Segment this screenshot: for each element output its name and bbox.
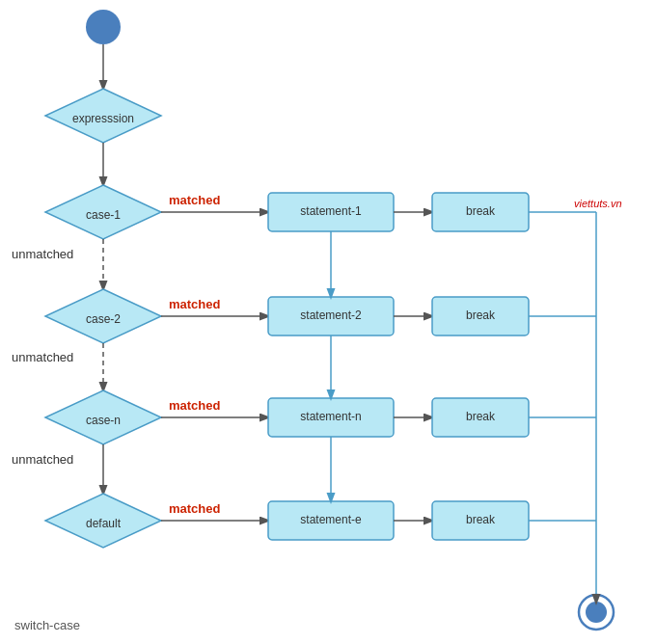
case1-label: case-1 (86, 208, 121, 222)
breake-label: break (466, 513, 496, 526)
stmt1-label: statement-1 (300, 204, 362, 218)
switch-case-label: switch-case (14, 618, 80, 632)
end-circle-inner (586, 602, 607, 623)
break1-label: break (466, 204, 496, 218)
unmatched-label-2: unmatched (12, 350, 73, 364)
matched-label-2: matched (169, 297, 221, 311)
breakn-label: break (466, 410, 496, 423)
start-circle (86, 10, 121, 44)
default-label: default (86, 517, 122, 530)
watermark-text: viettuts.vn (574, 198, 622, 209)
matched-label-n: matched (169, 398, 221, 413)
case2-label: case-2 (86, 312, 121, 326)
casen-label: case-n (86, 414, 121, 427)
matched-label-default: matched (169, 501, 221, 516)
break2-label: break (466, 309, 496, 322)
unmatched-label-n: unmatched (12, 452, 73, 467)
stmte-label: statement-e (300, 513, 362, 526)
expression-label: expresssion (72, 112, 134, 125)
unmatched-label-1: unmatched (12, 247, 73, 261)
stmt2-label: statement-2 (300, 309, 362, 322)
matched-label-1: matched (169, 193, 221, 207)
stmtn-label: statement-n (300, 410, 361, 423)
